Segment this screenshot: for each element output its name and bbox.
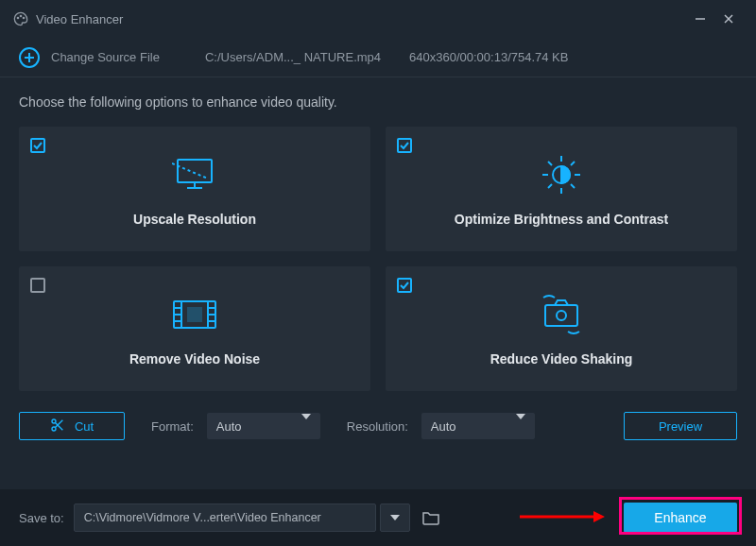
resolution-value: Auto bbox=[431, 419, 456, 434]
video-enhancer-window: Video Enhancer Change Source File C:/Use… bbox=[0, 0, 756, 546]
folder-icon bbox=[422, 510, 439, 525]
format-dropdown[interactable]: Auto bbox=[207, 413, 320, 439]
card-upscale-resolution[interactable]: Upscale Resolution bbox=[19, 127, 370, 251]
preview-label: Preview bbox=[659, 419, 702, 434]
add-source-button[interactable] bbox=[19, 47, 40, 68]
svg-line-20 bbox=[571, 162, 575, 165]
film-noise-icon bbox=[170, 291, 219, 338]
resolution-dropdown[interactable]: Auto bbox=[421, 413, 535, 439]
save-path-field[interactable]: C:\Vidmore\Vidmore V...erter\Video Enhan… bbox=[74, 503, 376, 532]
titlebar: Video Enhancer bbox=[0, 0, 756, 38]
enhance-label: Enhance bbox=[654, 510, 706, 525]
save-path-value: C:\Vidmore\Vidmore V...erter\Video Enhan… bbox=[84, 511, 321, 524]
main-panel: Choose the following options to enhance … bbox=[0, 77, 756, 489]
svg-point-33 bbox=[52, 419, 56, 423]
svg-rect-24 bbox=[187, 307, 202, 322]
svg-line-18 bbox=[571, 184, 575, 188]
source-meta: 640x360/00:00:13/754.74 KB bbox=[409, 50, 568, 64]
palette-icon bbox=[13, 11, 28, 26]
cut-label: Cut bbox=[75, 419, 94, 434]
change-source-link[interactable]: Change Source File bbox=[51, 50, 160, 64]
save-to-label: Save to: bbox=[19, 511, 64, 525]
source-bar: Change Source File C:/Users/ADM..._ NATU… bbox=[0, 38, 756, 77]
svg-marker-38 bbox=[593, 511, 605, 522]
svg-point-2 bbox=[23, 17, 24, 18]
card-label: Optimize Brightness and Contrast bbox=[455, 212, 668, 227]
cut-button[interactable]: Cut bbox=[19, 412, 125, 440]
svg-point-34 bbox=[52, 427, 56, 431]
open-folder-button[interactable] bbox=[416, 503, 446, 532]
card-label: Upscale Resolution bbox=[133, 212, 256, 227]
card-label: Remove Video Noise bbox=[129, 351, 260, 367]
format-value: Auto bbox=[216, 419, 242, 434]
svg-rect-8 bbox=[178, 160, 212, 182]
svg-line-17 bbox=[548, 162, 552, 165]
svg-point-1 bbox=[20, 15, 21, 16]
options-grid: Upscale Resolution Optimize Brightness a… bbox=[19, 127, 737, 391]
checkbox-icon[interactable] bbox=[397, 278, 412, 293]
chevron-down-icon bbox=[301, 419, 311, 434]
checkbox-icon[interactable] bbox=[30, 278, 45, 293]
chevron-down-icon bbox=[390, 515, 400, 520]
enhance-button[interactable]: Enhance bbox=[624, 503, 737, 533]
preview-button[interactable]: Preview bbox=[624, 412, 737, 440]
svg-point-32 bbox=[557, 311, 566, 320]
resolution-label: Resolution: bbox=[347, 419, 408, 434]
chevron-down-icon bbox=[516, 419, 525, 434]
annotation-arrow bbox=[520, 510, 605, 523]
card-optimize-brightness[interactable]: Optimize Brightness and Contrast bbox=[386, 127, 737, 251]
camera-shake-icon bbox=[536, 291, 587, 338]
minimize-button[interactable] bbox=[686, 5, 714, 33]
scissors-icon bbox=[50, 418, 65, 435]
close-button[interactable] bbox=[714, 5, 743, 33]
card-label: Reduce Video Shaking bbox=[490, 351, 633, 367]
controls-row: Cut Format: Auto Resolution: Auto Previe… bbox=[19, 412, 737, 457]
format-label: Format: bbox=[151, 419, 194, 434]
card-remove-noise[interactable]: Remove Video Noise bbox=[19, 266, 370, 391]
card-reduce-shaking[interactable]: Reduce Video Shaking bbox=[386, 266, 737, 391]
instruction-text: Choose the following options to enhance … bbox=[19, 94, 737, 110]
save-path-dropdown-button[interactable] bbox=[380, 503, 410, 532]
monitor-icon bbox=[172, 151, 217, 198]
source-path: C:/Users/ADM..._ NATURE.mp4 bbox=[205, 50, 381, 64]
checkbox-icon[interactable] bbox=[30, 138, 45, 153]
brightness-icon bbox=[539, 151, 584, 198]
svg-rect-31 bbox=[545, 305, 577, 326]
svg-point-0 bbox=[17, 17, 18, 18]
footer-bar: Save to: C:\Vidmore\Vidmore V...erter\Vi… bbox=[0, 489, 756, 546]
svg-line-19 bbox=[548, 184, 552, 188]
app-title: Video Enhancer bbox=[36, 12, 123, 26]
checkbox-icon[interactable] bbox=[397, 138, 412, 153]
